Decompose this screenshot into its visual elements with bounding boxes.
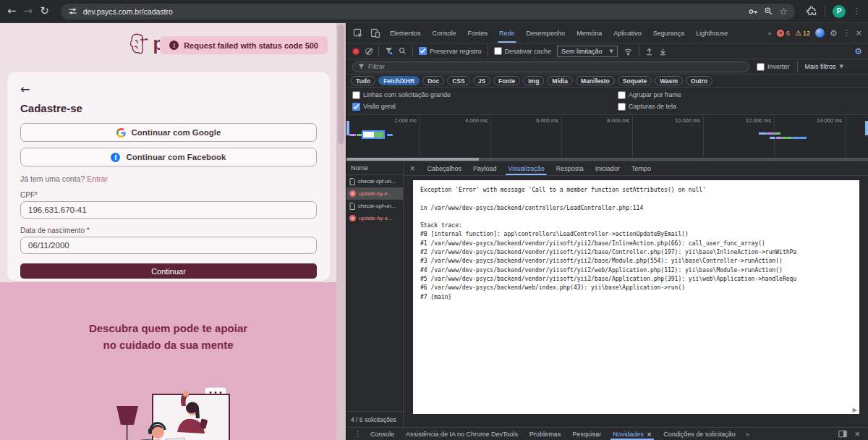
warning-count-badge[interactable]: ⚠12 <box>795 29 810 37</box>
overview-window-handle-right[interactable] <box>865 121 868 135</box>
settings-gear-icon[interactable]: ⚙ <box>830 28 838 38</box>
page-scrollbar[interactable] <box>336 23 346 440</box>
tab-visualizacao[interactable]: Visualização <box>502 161 550 175</box>
error-count-badge[interactable]: ×6 <box>777 30 790 37</box>
export-har-icon[interactable] <box>659 47 667 56</box>
facebook-signin-button[interactable]: f Continuar com Facebook <box>20 148 317 166</box>
cpf-field[interactable]: 196.631.670-41 <box>20 201 317 219</box>
profile-avatar[interactable]: P <box>833 5 846 18</box>
request-row[interactable]: checar-cpf-un... <box>346 175 403 187</box>
tab-desempenho[interactable]: Desempenho <box>521 23 571 43</box>
drawer-condicoes[interactable]: Condições de solicitação <box>658 428 741 440</box>
device-toolbar-icon[interactable] <box>370 28 380 38</box>
chip-wasm[interactable]: Wasm <box>655 76 683 85</box>
chip-fonte[interactable]: Fonte <box>493 76 520 85</box>
tab-console[interactable]: Console <box>427 23 462 43</box>
drawer-more-icon[interactable]: » <box>741 431 754 438</box>
page-scrollbar-thumb[interactable] <box>338 25 344 144</box>
invert-checkbox[interactable]: Inverter <box>757 63 790 71</box>
continue-button[interactable]: Continuar <box>20 263 317 279</box>
network-overview-timeline[interactable]: 2.000 ms 4.000 ms 6.000 ms 8.000 ms 10.0… <box>346 115 868 161</box>
chip-css[interactable]: CSS <box>447 76 469 85</box>
url-bar[interactable]: dev.psycs.com.br/cadastro ☆ <box>61 4 795 20</box>
reload-icon[interactable]: ↻ <box>40 6 49 17</box>
chip-manifesto[interactable]: Manifesto <box>576 76 615 85</box>
request-row[interactable]: checar-cpf-un... <box>346 200 403 212</box>
throttling-select[interactable]: Sem limitação ▼ <box>557 46 618 57</box>
tab-iniciador[interactable]: Iniciador <box>590 161 626 175</box>
drawer-console[interactable]: Console <box>365 428 400 440</box>
bookmark-star-icon[interactable]: ☆ <box>779 6 788 17</box>
google-signin-button[interactable]: Continuar com Google <box>20 123 317 142</box>
more-tabs-icon[interactable]: » <box>768 30 773 37</box>
ai-assistant-icon[interactable] <box>815 28 825 38</box>
dock-panel-icon[interactable] <box>838 430 847 438</box>
tab-payload[interactable]: Payload <box>467 161 503 175</box>
preserve-log-input[interactable] <box>419 47 427 55</box>
tab-cabecalhos[interactable]: Cabeçalhos <box>421 161 467 175</box>
filter-input[interactable]: Filtrar <box>352 62 749 72</box>
drawer-close-icon[interactable]: × <box>854 429 861 439</box>
preserve-log-checkbox[interactable]: Preservar registro <box>419 47 482 55</box>
drawer-novidades[interactable]: Novidades × <box>607 428 658 440</box>
chip-img[interactable]: Img <box>523 76 544 85</box>
drawer-tab-close-icon[interactable]: × <box>647 431 652 438</box>
group-by-frame-checkbox[interactable]: Agrupar por frame <box>618 89 868 101</box>
devtools-close-icon[interactable]: × <box>856 28 862 38</box>
browser-menu-icon[interactable]: ⋮ <box>853 7 861 16</box>
more-filters-dropdown[interactable]: Mais filtros ▼ <box>805 63 862 70</box>
tab-rede[interactable]: Rede <box>493 23 521 43</box>
drawer-ai-assistance[interactable]: Assistência de IA no Chrome DevTools <box>400 428 524 440</box>
overview-input[interactable] <box>352 103 360 111</box>
chip-outro[interactable]: Outro <box>686 76 712 85</box>
big-request-rows-input[interactable] <box>352 91 360 99</box>
tab-aplicativo[interactable]: Aplicativo <box>608 23 647 43</box>
chip-fetch-xhr[interactable]: Fetch/XHR <box>378 76 420 85</box>
record-network-icon[interactable] <box>352 48 359 55</box>
name-column-header[interactable]: Nome <box>346 161 403 175</box>
tab-tempo[interactable]: Tempo <box>626 161 657 175</box>
password-key-icon[interactable] <box>748 7 758 17</box>
network-settings-gear-icon[interactable]: ⚙ <box>854 46 862 56</box>
tab-seguranca[interactable]: Segurança <box>647 23 691 43</box>
extensions-puzzle-icon[interactable] <box>807 6 817 17</box>
forward-icon[interactable]: → <box>24 6 33 17</box>
big-request-rows-checkbox[interactable]: Linhas com solicitação grande <box>352 89 618 101</box>
disable-cache-input[interactable] <box>494 47 502 55</box>
screenshots-checkbox[interactable]: Capturas de tela <box>618 101 868 112</box>
devtools-menu-icon[interactable]: ⋮ <box>843 28 851 38</box>
search-icon[interactable] <box>399 47 407 55</box>
back-arrow-button[interactable]: ← <box>20 82 317 96</box>
drawer-problemas[interactable]: Problemas <box>524 428 566 440</box>
tab-resposta[interactable]: Resposta <box>550 161 590 175</box>
group-by-frame-input[interactable] <box>618 91 626 99</box>
tab-lighthouse[interactable]: Lighthouse <box>690 23 733 43</box>
disable-cache-checkbox[interactable]: Desativar cache <box>494 47 552 55</box>
chip-midia[interactable]: Mídia <box>547 76 573 85</box>
request-row[interactable]: × update-by-e... <box>346 187 403 200</box>
site-settings-tune-icon[interactable] <box>68 7 77 16</box>
overview-checkbox[interactable]: Visão geral <box>352 101 618 112</box>
tab-elementos[interactable]: Elementos <box>384 23 427 43</box>
clear-network-icon[interactable] <box>365 48 373 55</box>
invert-input[interactable] <box>757 63 765 71</box>
chip-soquete[interactable]: Soquete <box>618 76 652 85</box>
tab-memoria[interactable]: Memória <box>571 23 608 43</box>
chip-tudo[interactable]: Tudo <box>351 76 375 85</box>
back-icon[interactable]: ← <box>7 6 17 17</box>
network-conditions-icon[interactable] <box>624 47 633 56</box>
birthdate-field[interactable]: 06/11/2000 <box>20 237 317 254</box>
tab-fontes[interactable]: Fontes <box>462 23 494 43</box>
import-har-icon[interactable] <box>645 47 653 56</box>
close-detail-icon[interactable]: × <box>404 164 421 172</box>
drawer-pesquisar[interactable]: Pesquisar <box>566 428 607 440</box>
chip-js[interactable]: JS <box>473 76 490 85</box>
screenshots-input[interactable] <box>618 103 626 111</box>
drawer-menu-icon[interactable]: ⋮ <box>354 429 362 439</box>
timeline-scrollbar-thumb[interactable] <box>346 158 479 161</box>
login-link[interactable]: Entrar <box>87 174 108 183</box>
request-row[interactable]: × update-by-e... <box>346 212 403 224</box>
expand-arrow-icon[interactable]: ▶ <box>853 407 857 413</box>
filter-funnel-icon[interactable] <box>385 47 393 55</box>
overview-window-handle-left[interactable] <box>346 121 349 135</box>
